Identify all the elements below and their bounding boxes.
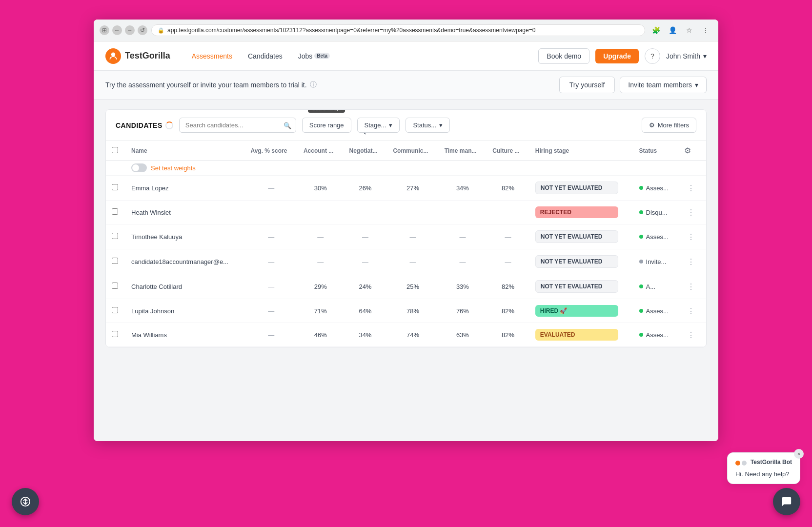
- nav-candidates[interactable]: Candidates: [242, 48, 288, 64]
- time-man-score-5: 33%: [439, 274, 487, 299]
- hiring-stage-2[interactable]: REJECTED: [529, 201, 633, 224]
- hiring-stage-3[interactable]: NOT YET EVALUATED: [529, 224, 633, 249]
- select-all-checkbox[interactable]: [112, 147, 118, 153]
- culture-score-6: 82%: [487, 299, 529, 323]
- chat-launcher-button[interactable]: [773, 488, 800, 515]
- negotiat-score-2: —: [343, 201, 387, 224]
- svg-point-0: [111, 52, 115, 56]
- search-input[interactable]: [179, 118, 296, 133]
- time-man-score-6: 76%: [439, 299, 487, 323]
- address-bar[interactable]: 🔒 app.testgorilla.com/customer/assessmen…: [151, 24, 645, 36]
- time-man-score-1: 34%: [439, 176, 487, 201]
- logo: TestGorilla: [105, 48, 170, 64]
- try-yourself-button[interactable]: Try yourself: [559, 77, 615, 93]
- nav-jobs[interactable]: Jobs Beta: [292, 48, 336, 64]
- status-filter: Status... ▾: [406, 118, 450, 133]
- hiring-stage-1[interactable]: NOT YET EVALUATED: [529, 176, 633, 201]
- invite-team-button[interactable]: Invite team members ▾: [620, 77, 707, 93]
- candidate-name-7: Mia Williams: [125, 323, 244, 347]
- loading-spinner: [165, 122, 173, 129]
- refresh-btn[interactable]: ↺: [138, 25, 147, 35]
- chat-close-button[interactable]: ×: [794, 449, 804, 459]
- more-filters-button[interactable]: ⚙ More filters: [642, 118, 696, 133]
- column-settings-button[interactable]: ⚙: [684, 146, 691, 155]
- col-avg-score: Avg. % score: [244, 141, 297, 161]
- candidate-name-6: Lupita Johnson: [125, 299, 244, 323]
- communic-score-7: 74%: [387, 323, 438, 347]
- user-menu[interactable]: John Smith ▾: [666, 52, 707, 60]
- back-btn[interactable]: ←: [112, 25, 122, 35]
- col-name: Name: [125, 141, 244, 161]
- row-checkbox-2[interactable]: [106, 201, 125, 224]
- hiring-stage-select-1[interactable]: NOT YET EVALUATED: [535, 182, 618, 194]
- browser-controls: ⊞ ← → ↺: [100, 25, 147, 35]
- hiring-stage-6[interactable]: HIRED 🚀: [529, 299, 633, 323]
- stage-filter-button[interactable]: Stage... ▾: [357, 118, 400, 133]
- forward-btn[interactable]: →: [125, 25, 135, 35]
- hiring-stage-select-6[interactable]: HIRED 🚀: [535, 305, 618, 317]
- hiring-stage-5[interactable]: NOT YET EVALUATED: [529, 274, 633, 299]
- row-checkbox-3[interactable]: [106, 224, 125, 249]
- row-checkbox-1[interactable]: [106, 176, 125, 201]
- hiring-stage-4[interactable]: NOT YET EVALUATED: [529, 249, 633, 274]
- row-checkbox-6[interactable]: [106, 299, 125, 323]
- hiring-stage-7[interactable]: EVALUATED: [529, 323, 633, 347]
- account-score-6: 71%: [298, 299, 344, 323]
- row-action-2[interactable]: ⋮: [684, 207, 698, 218]
- row-action-4[interactable]: ⋮: [684, 256, 698, 267]
- hiring-stage-select-3[interactable]: NOT YET EVALUATED: [535, 230, 618, 243]
- row-action-1[interactable]: ⋮: [684, 182, 698, 194]
- row-checkbox-7[interactable]: [106, 323, 125, 347]
- hiring-stage-select-5[interactable]: NOT YET EVALUATED: [535, 280, 618, 293]
- book-demo-button[interactable]: Book demo: [538, 48, 589, 64]
- chat-launcher-icon: [781, 496, 792, 507]
- culture-score-1: 82%: [487, 176, 529, 201]
- candidate-name-3: Timothee Kaluuya: [125, 224, 244, 249]
- set-weights-toggle-switch[interactable]: [131, 163, 147, 172]
- hiring-stage-select-4[interactable]: NOT YET EVALUATED: [535, 255, 618, 268]
- status-dot-7: [639, 333, 643, 337]
- set-weights-toggle: Set test weights: [131, 163, 700, 172]
- nav-assessments[interactable]: Assessments: [186, 48, 238, 64]
- status-text-5: A...: [646, 283, 656, 290]
- stage-placeholder: Stage...: [365, 122, 386, 129]
- col-time-man: Time man...: [439, 141, 487, 161]
- sidebar-toggle-btn[interactable]: ⊞: [100, 25, 109, 35]
- col-account: Account ...: [298, 141, 344, 161]
- row-action-7[interactable]: ⋮: [684, 329, 698, 341]
- status-cell-4: Invite...: [633, 249, 678, 274]
- select-all-header[interactable]: [106, 141, 125, 161]
- set-test-weights-link[interactable]: Set test weights: [151, 164, 196, 172]
- status-cell-6: Asses...: [633, 299, 678, 323]
- logo-icon: [105, 48, 121, 64]
- candidate-name-1: Emma Lopez: [125, 176, 244, 201]
- hiring-stage-select-2[interactable]: REJECTED: [535, 206, 618, 218]
- negotiat-score-5: 24%: [343, 274, 387, 299]
- row-action-6[interactable]: ⋮: [684, 305, 698, 317]
- profile-btn[interactable]: 👤: [666, 23, 679, 37]
- row-checkbox-5[interactable]: [106, 274, 125, 299]
- upgrade-button[interactable]: Upgrade: [595, 49, 639, 63]
- time-man-score-7: 63%: [439, 323, 487, 347]
- score-range-button[interactable]: Score range ↖: [302, 118, 351, 133]
- more-filters-label: More filters: [658, 122, 689, 129]
- negotiat-score-6: 64%: [343, 299, 387, 323]
- chat-dot-1: [735, 461, 740, 466]
- accessibility-button[interactable]: [12, 488, 39, 515]
- time-man-score-2: —: [439, 201, 487, 224]
- extensions-btn[interactable]: 🧩: [649, 23, 663, 37]
- menu-btn[interactable]: ⋮: [699, 23, 712, 37]
- help-button[interactable]: ?: [645, 48, 660, 64]
- row-action-3[interactable]: ⋮: [684, 231, 698, 243]
- bookmark-btn[interactable]: ☆: [682, 23, 696, 37]
- user-name: John Smith: [666, 52, 700, 60]
- account-score-7: 46%: [298, 323, 344, 347]
- status-placeholder: Status...: [413, 122, 436, 129]
- row-checkbox-4[interactable]: [106, 249, 125, 274]
- row-action-5[interactable]: ⋮: [684, 281, 698, 292]
- status-filter-button[interactable]: Status... ▾: [406, 118, 450, 133]
- culture-score-4: —: [487, 249, 529, 274]
- col-settings[interactable]: ⚙: [678, 141, 706, 161]
- score-range-filter: Score range Score range ↖: [302, 118, 351, 133]
- hiring-stage-select-7[interactable]: EVALUATED: [535, 329, 618, 341]
